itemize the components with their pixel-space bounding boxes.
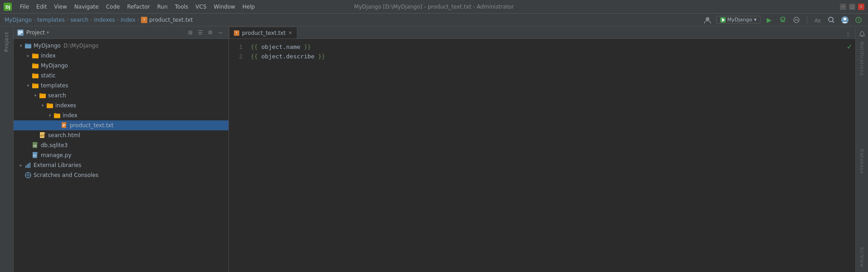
- arrow-templates: ▾: [24, 82, 32, 89]
- minimize-button[interactable]: ─: [840, 4, 846, 10]
- breadcrumb-templates[interactable]: templates: [37, 17, 64, 23]
- var-2: object.describe: [258, 53, 318, 60]
- profile-button[interactable]: [791, 15, 801, 25]
- breadcrumb-indexes[interactable]: indexes: [94, 17, 115, 23]
- label-search: search: [48, 92, 66, 99]
- user-icon-btn[interactable]: [703, 15, 713, 25]
- notifications-label[interactable]: Notifications: [859, 40, 864, 78]
- folder-icon-search: [39, 92, 46, 99]
- svg-rect-47: [28, 163, 29, 168]
- tree-item-mydjango[interactable]: ▾ MyDjango D:\MyDjango: [14, 41, 228, 51]
- tree-item-scratches[interactable]: ▸ Scratches and Consoles: [14, 170, 228, 180]
- svg-rect-20: [18, 31, 23, 32]
- svg-text:HTML: HTML: [40, 134, 46, 137]
- svg-rect-22: [18, 33, 21, 34]
- tree-item-static[interactable]: ▸ static: [14, 71, 228, 81]
- avatar-btn[interactable]: [840, 15, 850, 25]
- menu-vcs[interactable]: VCS: [193, 3, 209, 11]
- notifications-btn[interactable]: [857, 29, 867, 39]
- debug-button[interactable]: [778, 15, 788, 25]
- tree-item-external-libs[interactable]: ▸ External Libraries: [14, 160, 228, 170]
- tree-item-manage-py[interactable]: ▸ PY manage.py: [14, 150, 228, 160]
- title-bar: DJ File Edit View Navigate Code Refactor…: [0, 0, 868, 14]
- svg-point-2: [706, 17, 709, 21]
- run-config-button[interactable]: MyDjango ▾: [716, 16, 761, 24]
- database-label[interactable]: Database: [859, 147, 864, 176]
- file-tree: ▾ MyDjango D:\MyDjango ▸ index ▸: [14, 39, 228, 272]
- run-button[interactable]: ▶: [764, 15, 774, 25]
- tree-item-product-txt[interactable]: ▸ product_text.txt: [14, 120, 228, 130]
- panel-dropdown-arrow: ▾: [47, 30, 49, 35]
- panel-gear-btn[interactable]: ⚙: [206, 28, 215, 37]
- folder-icon-index-sub: [53, 112, 61, 119]
- search-icon-btn[interactable]: [826, 15, 836, 25]
- tree-item-indexes[interactable]: ▾ indexes: [14, 100, 228, 110]
- breadcrumb-search[interactable]: search: [70, 17, 88, 23]
- updates-icon-btn[interactable]: ↑: [853, 15, 863, 25]
- label-indexes: indexes: [55, 102, 76, 109]
- sciview-label[interactable]: SciView: [859, 245, 864, 269]
- arrow-mydjango: ▾: [17, 42, 24, 49]
- breadcrumb-sep-2: ›: [67, 17, 68, 23]
- label-manage-py: manage.py: [41, 152, 72, 158]
- line-num-2: 2: [229, 52, 242, 62]
- arrow-external-libs: ▸: [17, 162, 24, 169]
- menu-file[interactable]: File: [17, 3, 32, 11]
- svg-line-14: [833, 21, 834, 23]
- run-config-chevron: ▾: [754, 17, 756, 23]
- close-button[interactable]: ✕: [858, 4, 864, 10]
- translation-icon-btn[interactable]: A文: [813, 15, 823, 25]
- menu-navigate[interactable]: Navigate: [72, 3, 102, 11]
- code-editor[interactable]: {{ object.name }} {{ object.describe }}: [247, 39, 855, 272]
- svg-text:PY: PY: [33, 154, 36, 157]
- window-controls: ─ □ ✕: [840, 4, 864, 10]
- svg-text:↑: ↑: [857, 18, 861, 23]
- breadcrumb-index[interactable]: index: [121, 17, 136, 23]
- project-tab-label[interactable]: Project: [4, 29, 10, 55]
- menu-run[interactable]: Run: [155, 3, 170, 11]
- folder-icon-index-root: [32, 52, 39, 59]
- tab-settings-area: ⋮: [844, 29, 855, 38]
- panel-title-dropdown[interactable]: Project ▾: [17, 29, 49, 36]
- tree-item-index-sub[interactable]: ▾ index: [14, 110, 228, 120]
- svg-marker-43: [37, 152, 39, 153]
- menu-refactor[interactable]: Refactor: [124, 3, 152, 11]
- tree-item-mydjango-sub[interactable]: ▸ MyDjango: [14, 61, 228, 71]
- label-templates: templates: [41, 82, 68, 89]
- panel-actions: ⊞ ☰ ⚙ −: [186, 28, 225, 37]
- code-line-2: {{ object.describe }}: [251, 52, 852, 62]
- breadcrumb-filename: product_text.txt: [149, 17, 193, 23]
- panel-collapse-btn[interactable]: ⊞: [186, 28, 195, 37]
- svg-text:DJ: DJ: [5, 5, 10, 10]
- svg-text:文: 文: [817, 19, 821, 23]
- file-icon-product-txt: [61, 122, 68, 129]
- restore-button[interactable]: □: [849, 4, 855, 10]
- panel-close-btn[interactable]: −: [216, 28, 225, 37]
- breadcrumb-file: T product_text.txt: [141, 17, 193, 23]
- menu-help[interactable]: Help: [240, 3, 257, 11]
- var-1: object.name: [258, 43, 304, 50]
- svg-point-10: [794, 17, 799, 23]
- tree-item-index-root[interactable]: ▸ index: [14, 51, 228, 61]
- file-icon-search-html: HTML: [39, 132, 46, 139]
- editor-tab-product-txt[interactable]: T product_text.txt ✕: [229, 27, 297, 38]
- svg-marker-32: [66, 122, 68, 124]
- breadcrumb-mydjango[interactable]: MyDjango: [5, 17, 32, 23]
- tab-settings-btn[interactable]: ⋮: [844, 29, 853, 38]
- tab-label: product_text.txt: [242, 30, 286, 36]
- tree-item-search[interactable]: ▾ search: [14, 91, 228, 100]
- label-mydjango-sub: MyDjango: [41, 62, 68, 69]
- svg-point-16: [844, 18, 846, 20]
- tab-close-btn[interactable]: ✕: [288, 30, 292, 35]
- window-title: MyDjango [D:\MyDjango] - product_text.tx…: [354, 4, 514, 10]
- menu-code[interactable]: Code: [103, 3, 123, 11]
- menu-tools[interactable]: Tools: [172, 3, 191, 11]
- tree-item-templates[interactable]: ▾ templates: [14, 81, 228, 91]
- tree-item-db-sqlite[interactable]: ▸ DB db.sqlite3: [14, 140, 228, 150]
- panel-header: Project ▾ ⊞ ☰ ⚙ −: [14, 26, 228, 39]
- menu-edit[interactable]: Edit: [34, 3, 49, 11]
- menu-window[interactable]: Window: [211, 3, 238, 11]
- menu-view[interactable]: View: [51, 3, 69, 11]
- tree-item-search-html[interactable]: ▸ HTML search.html: [14, 130, 228, 140]
- panel-expand-btn[interactable]: ☰: [196, 28, 205, 37]
